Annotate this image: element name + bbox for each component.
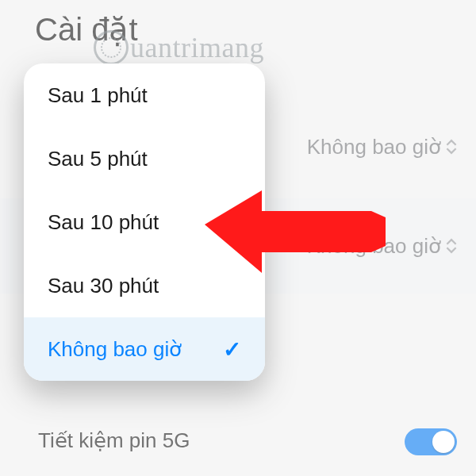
lightbulb-q-icon	[94, 30, 129, 65]
setting-row-1-value: Không bao giờ	[307, 135, 441, 159]
checkmark-icon: ✓	[223, 336, 241, 363]
option-5-min[interactable]: Sau 5 phút	[24, 127, 265, 190]
setting-row-2-label-fragment: ết	[278, 211, 296, 236]
option-label: Không bao giờ	[48, 337, 182, 362]
battery-5g-label: Tiết kiệm pin 5G	[38, 428, 190, 453]
watermark-text: uantrimang	[130, 31, 264, 64]
option-30-min[interactable]: Sau 30 phút	[24, 254, 265, 317]
viewport: Cài đặt Không bao giờ Không bao giờ ết T…	[0, 0, 476, 476]
option-label: Sau 30 phút	[48, 274, 159, 298]
toggle-on-icon	[405, 428, 457, 455]
updown-icon	[446, 139, 457, 155]
option-1-min[interactable]: Sau 1 phút	[24, 63, 265, 127]
option-label: Sau 5 phút	[48, 147, 148, 171]
option-label: Sau 10 phút	[48, 210, 159, 235]
updown-icon	[446, 238, 457, 254]
setting-row-2-value: Không bao giờ	[307, 234, 441, 259]
watermark: uantrimang	[94, 30, 264, 65]
battery-5g-toggle[interactable]	[405, 428, 457, 455]
option-10-min[interactable]: Sau 10 phút	[24, 190, 265, 254]
option-label: Sau 1 phút	[48, 83, 148, 108]
option-never[interactable]: Không bao giờ ✓	[24, 317, 265, 381]
duration-popup: Sau 1 phút Sau 5 phút Sau 10 phút Sau 30…	[24, 63, 265, 381]
